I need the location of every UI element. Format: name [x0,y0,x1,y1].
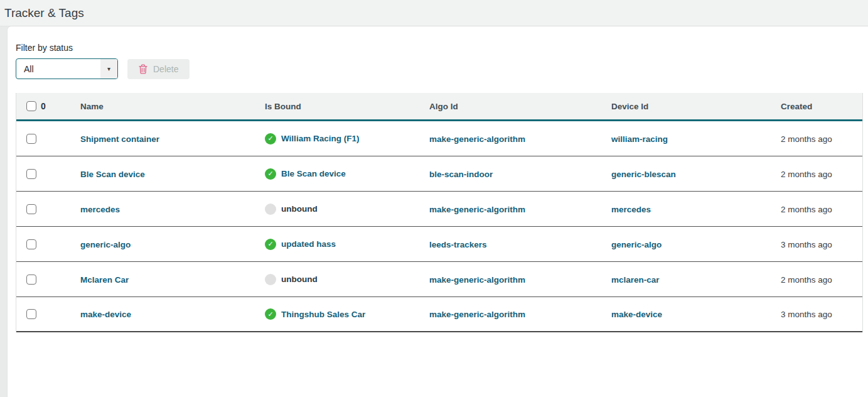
chevron-down-icon: ▾ [100,59,117,79]
row-checkbox[interactable] [26,309,36,319]
tracker-name-link[interactable]: generic-algo [80,240,131,249]
column-header-is-bound: Is Bound [265,102,429,111]
row-checkbox[interactable] [26,275,36,285]
delete-button[interactable]: Delete [127,59,190,79]
tracker-name-link[interactable]: make-device [80,310,131,319]
device-id-link[interactable]: make-device [611,310,662,319]
select-all-checkbox[interactable] [26,101,36,111]
tracker-name-link[interactable]: Ble Scan device [80,170,145,179]
trackers-table: 0 Name Is Bound Algo Id Device Id Create… [16,93,863,332]
bound-target-label[interactable]: Ble Scan device [281,169,346,178]
status-filter-select[interactable]: All ▾ [16,58,118,79]
column-header-name: Name [80,102,265,111]
created-value: 2 months ago [781,170,832,179]
table-row: Mclaren Car unbound make-generic-algorit… [16,262,862,297]
selected-count: 0 [41,101,46,111]
tracker-name-link[interactable]: Mclaren Car [80,275,129,285]
gray-circle-icon [265,204,276,215]
device-id-link[interactable]: generic-algo [611,240,662,249]
device-id-link[interactable]: mclaren-car [611,275,660,285]
device-id-link[interactable]: william-racing [611,134,668,144]
filter-by-status-label: Filter by status [16,43,868,53]
check-circle-icon [265,133,276,144]
check-circle-icon [265,308,276,320]
status-filter-selected-value: All [16,64,100,74]
table-row: generic-algo updated hass leeds-trackers… [16,227,862,262]
created-value: 3 months ago [781,310,832,319]
table-row: Shipment container William Racing (F1) m… [16,121,862,156]
algo-id-link[interactable]: make-generic-algorithm [429,134,525,144]
column-header-created: Created [781,102,862,111]
created-value: 2 months ago [781,205,832,214]
row-checkbox[interactable] [26,134,36,144]
row-checkbox[interactable] [26,169,36,179]
table-row: Ble Scan device Ble Scan device ble-scan… [16,156,862,192]
algo-id-link[interactable]: leeds-trackers [429,240,487,249]
bound-target-label: unbound [281,275,318,284]
algo-id-link[interactable]: ble-scan-indoor [429,170,493,179]
content-panel: Filter by status All ▾ Delete 0 [8,26,868,397]
bound-target-label[interactable]: Thingshub Sales Car [281,310,365,319]
created-value: 2 months ago [781,275,832,285]
page-title: Tracker & Tags [4,6,84,20]
table-row: make-device Thingshub Sales Car make-gen… [16,297,862,332]
column-header-device-id: Device Id [611,102,781,111]
bound-target-label[interactable]: updated hass [281,239,336,249]
created-value: 2 months ago [781,134,832,144]
check-circle-icon [265,168,276,180]
algo-id-link[interactable]: make-generic-algorithm [429,205,525,214]
tracker-name-link[interactable]: mercedes [80,205,120,214]
algo-id-link[interactable]: make-generic-algorithm [429,310,525,319]
gray-circle-icon [265,274,276,285]
toolbar: All ▾ Delete [16,58,868,79]
row-checkbox[interactable] [26,204,36,214]
table-header-row: 0 Name Is Bound Algo Id Device Id Create… [16,93,862,121]
bound-target-label: unbound [281,204,318,214]
device-id-link[interactable]: mercedes [611,205,651,214]
table-body: Shipment container William Racing (F1) m… [16,121,862,332]
created-value: 3 months ago [781,240,832,249]
delete-button-label: Delete [153,64,178,74]
page-header-bar: Tracker & Tags [0,0,868,26]
check-circle-icon [265,239,276,250]
table-row: mercedes unbound make-generic-algorithm … [16,192,862,227]
row-checkbox[interactable] [26,239,36,249]
tracker-name-link[interactable]: Shipment container [80,134,159,144]
column-header-algo-id: Algo Id [429,102,611,111]
algo-id-link[interactable]: make-generic-algorithm [429,275,525,285]
device-id-link[interactable]: generic-blescan [611,170,676,179]
bound-target-label[interactable]: William Racing (F1) [281,134,359,143]
trash-icon [139,64,147,74]
